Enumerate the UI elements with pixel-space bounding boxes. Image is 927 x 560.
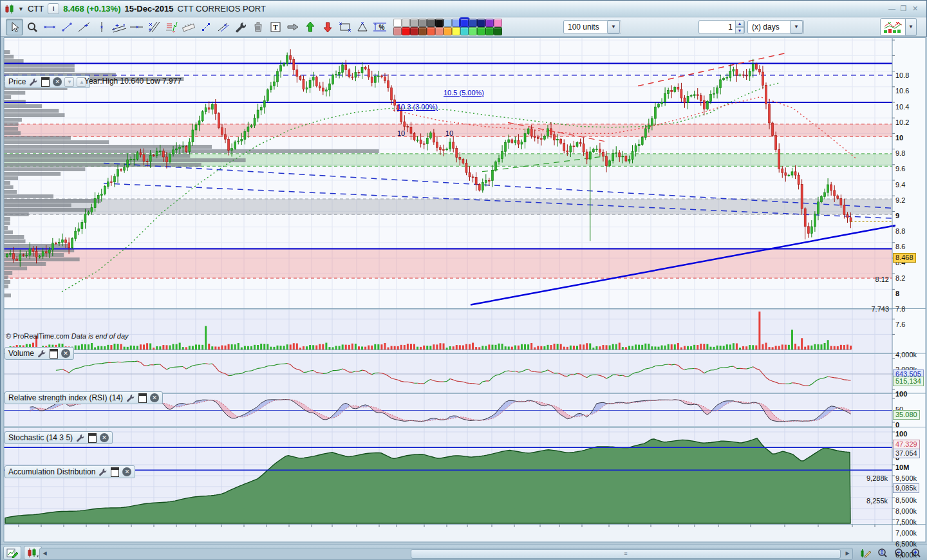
ad-axis-tick: 6,500k <box>895 540 917 548</box>
bars-count-spinner[interactable]: 1 ▲▼ <box>698 20 745 34</box>
color-swatch[interactable] <box>427 19 435 27</box>
segment-tool-button[interactable] <box>58 19 75 35</box>
color-swatch[interactable] <box>460 27 469 35</box>
ad-window-icon[interactable] <box>110 467 120 476</box>
color-swatch[interactable] <box>444 19 452 27</box>
ad-close-icon[interactable]: ✕ <box>122 467 131 476</box>
trend-fan-tool-button[interactable] <box>145 19 162 35</box>
pointer-tool-button[interactable] <box>6 19 23 35</box>
rectangle-tool-button[interactable] <box>336 19 353 35</box>
units-dropdown-icon[interactable]: ▼ <box>607 21 620 33</box>
rsi-close-icon[interactable]: ✕ <box>150 393 159 402</box>
stoch-window-icon[interactable] <box>88 433 97 442</box>
color-swatch[interactable] <box>393 27 402 35</box>
horizontal-ray-tool-button[interactable] <box>127 19 145 35</box>
chart-type-dropdown-icon[interactable]: ▼ <box>906 18 917 36</box>
close-button[interactable]: ✕ <box>910 4 920 13</box>
color-swatch[interactable] <box>444 27 452 35</box>
price-level-label: 10.5 (5.00%) <box>444 89 484 97</box>
color-swatch[interactable] <box>452 19 460 27</box>
scroll-left-icon[interactable]: ◀ <box>41 548 49 558</box>
price-axis-tick: 10 <box>895 134 903 142</box>
color-swatch[interactable] <box>485 19 494 27</box>
period-select[interactable]: (x) days▼ <box>747 20 804 34</box>
stoch-close-icon[interactable]: ✕ <box>100 433 109 442</box>
horizontal-segment-tool-button[interactable] <box>41 19 58 35</box>
price-close-icon[interactable]: ✕ <box>53 77 62 86</box>
spinner-up-icon[interactable]: ▲ <box>735 20 744 27</box>
zoom-tool-button[interactable] <box>23 19 41 35</box>
chart-type-button[interactable] <box>880 18 906 36</box>
trash-button[interactable] <box>249 19 267 35</box>
chart-settings-button[interactable] <box>3 546 21 560</box>
color-swatch[interactable] <box>494 27 502 35</box>
arrow-right-tool-button[interactable] <box>284 19 301 35</box>
tools-wrench-button[interactable] <box>232 19 249 35</box>
info-button[interactable]: i <box>48 3 59 14</box>
color-swatch[interactable] <box>477 19 485 27</box>
price-settings-wrench-icon[interactable] <box>28 77 38 86</box>
color-swatch[interactable] <box>418 27 427 35</box>
rsi-window-icon[interactable] <box>138 393 147 402</box>
edit-chart-button[interactable] <box>858 546 874 560</box>
triangle-tool-button[interactable] <box>353 19 371 35</box>
color-swatch[interactable] <box>410 19 418 27</box>
text-tool-button[interactable]: T <box>267 19 284 35</box>
channel-tool-button[interactable] <box>110 19 127 35</box>
ad-level-label: 9,288k <box>838 474 888 482</box>
color-swatch[interactable] <box>435 19 444 27</box>
color-swatch[interactable] <box>435 27 444 35</box>
restore-button[interactable]: ❒ <box>899 4 908 13</box>
price-move-down-icon[interactable]: ▼ <box>64 77 74 87</box>
volume-window-icon[interactable] <box>49 349 59 358</box>
color-swatch[interactable] <box>402 19 410 27</box>
color-swatch[interactable] <box>402 27 410 35</box>
ad-level-label: 8,255k <box>838 497 888 505</box>
rsi-axis-tick: 100 <box>895 390 907 398</box>
pattern-tool-button[interactable] <box>162 19 180 35</box>
arrow-down-tool-button[interactable] <box>319 19 336 35</box>
units-select[interactable]: 100 units▼ <box>563 20 621 34</box>
stoch-axis-tick: 100 <box>895 430 907 438</box>
color-swatch[interactable] <box>393 19 402 27</box>
ruler-tool-button[interactable] <box>180 19 197 35</box>
period-dropdown-icon[interactable]: ▼ <box>790 21 803 33</box>
arrow-up-tool-button[interactable] <box>301 19 319 35</box>
spinner-down-icon[interactable]: ▼ <box>735 27 744 34</box>
time-scrollbar[interactable]: ◀ ≡ ▶ <box>39 548 853 560</box>
color-swatch[interactable] <box>485 27 494 35</box>
color-swatch[interactable] <box>452 27 460 35</box>
ad-settings-wrench-icon[interactable] <box>98 467 108 476</box>
symbol-dropdown-icon[interactable]: ▼ <box>18 6 24 12</box>
ad-axis-tick: 7,000k <box>895 529 917 537</box>
color-palette[interactable] <box>393 19 501 35</box>
volume-close-icon[interactable]: ✕ <box>61 349 70 358</box>
price-window-icon[interactable] <box>41 77 50 86</box>
symbol-label: CTT <box>28 4 44 14</box>
color-swatch[interactable] <box>427 27 435 35</box>
color-swatch[interactable] <box>460 19 469 27</box>
svg-text:T: T <box>273 23 278 31</box>
volume-settings-wrench-icon[interactable] <box>37 349 46 358</box>
color-swatch[interactable] <box>469 27 477 35</box>
polyline-tool-button[interactable] <box>197 19 214 35</box>
color-swatch[interactable] <box>418 19 427 27</box>
scrollbar-thumb[interactable]: ≡ <box>411 549 841 559</box>
color-swatch[interactable] <box>494 19 502 27</box>
minimize-button[interactable]: — <box>887 4 897 13</box>
color-swatch[interactable] <box>469 19 477 27</box>
vertical-line-tool-button[interactable] <box>93 19 110 35</box>
rsi-panel-header: Relative strength index (RSI) (14) ✕ <box>5 391 163 404</box>
rsi-settings-wrench-icon[interactable] <box>126 393 135 402</box>
percent-measure-tool-button[interactable]: % <box>371 19 388 35</box>
application-window: ▼ CTT i 8.468 (+0.13%) 15-Dec-2015 CTT C… <box>0 0 927 560</box>
chart-canvas[interactable] <box>1 37 927 545</box>
color-swatch[interactable] <box>410 27 418 35</box>
price-level-label: 7.743 <box>831 305 889 313</box>
zoom-fit-button[interactable] <box>875 546 890 560</box>
stoch-settings-wrench-icon[interactable] <box>75 433 85 442</box>
scroll-right-icon[interactable]: ▶ <box>843 548 852 558</box>
parallel-lines-tool-button[interactable] <box>214 19 232 35</box>
line-tool-button[interactable] <box>75 19 93 35</box>
color-swatch[interactable] <box>477 27 485 35</box>
